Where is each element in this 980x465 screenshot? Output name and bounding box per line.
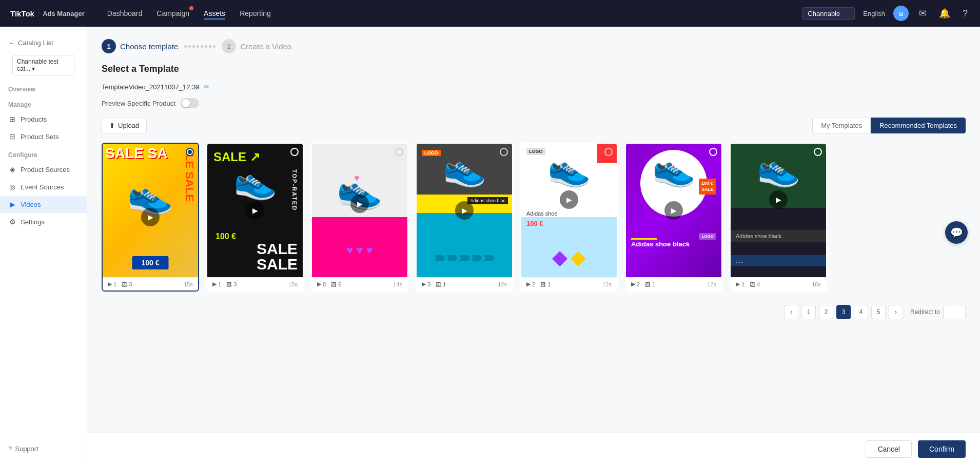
card1-footer: ▶1 🖼3 15s [103,277,198,290]
sidebar-item-product-sets-label: Product Sets [21,133,58,141]
nav-dashboard[interactable]: Dashboard [107,7,143,20]
logo-sub: Ads Manager [43,10,85,17]
sidebar-item-videos[interactable]: ▶ Videos [0,196,87,213]
nav-campaign[interactable]: Campaign [156,7,189,20]
product-sets-icon: ⊟ [8,132,16,141]
step-connector [184,45,215,48]
sidebar-item-product-sources-label: Product Sources [21,166,70,173]
cancel-button[interactable]: Cancel [866,440,912,458]
step2-label: Create a Video [240,42,291,51]
event-sources-icon: ◎ [8,183,16,191]
product-sources-icon: ◈ [8,165,16,173]
sidebar-back-btn[interactable]: ← Catalog List [0,35,87,51]
template-card-6[interactable]: 👟 100 €SALE ▶ Adidas shoe black LOGO ▶2 … [625,143,722,292]
select-template-header: Select a Template [102,64,966,74]
sidebar-item-products-label: Products [21,115,47,123]
card2-footer: ▶1 🖼3 15s [207,277,303,290]
products-icon: ⊞ [8,115,16,123]
preview-toggle[interactable] [181,98,199,108]
card3-preview: 👟 ♥ ▶ ♥ ♥ ♥ [312,144,407,277]
preview-toggle-row: Preview Specific Product [102,98,966,108]
manage-section: Manage [0,95,87,110]
template-name-row: TemplateVideo_20211007_12:39 ✏ [102,83,966,91]
logo-tiktok: TikTok [10,9,34,18]
card7-preview: 👟 ▶ Adidas shoe black ..... [731,144,826,277]
card2-preview: SALE ↗ TOP-RATED 👟 ▶ 100 € SALE SALE [207,144,303,277]
page-btn-2[interactable]: 2 [819,305,833,319]
configure-section: Configure [0,145,87,161]
account-select[interactable]: Channable [802,7,855,20]
support-label: Support [15,445,38,453]
bottom-bar: Cancel Confirm [87,433,980,465]
upload-icon: ⬆ [109,122,115,129]
tab-my-templates[interactable]: My Templates [812,118,871,133]
sidebar-item-settings[interactable]: ⚙ Settings [0,213,87,230]
mail-icon-btn[interactable]: ✉ [917,6,929,21]
cards-grid: SALE SA LE SALE 👟 ▶ 100 € ▶1 🖼3 15s [102,143,966,296]
settings-icon: ⚙ [8,218,16,226]
tab-recommended-templates[interactable]: Recommended Templates [871,118,966,133]
upload-button[interactable]: ⬆ Upload [102,118,147,133]
main-content: 1 Choose template 2 Create a Video Selec… [87,27,980,465]
step1-label: Choose template [120,42,178,51]
nav-reporting[interactable]: Reporting [240,7,271,20]
sidebar-item-event-sources-label: Event Sources [21,183,64,191]
sidebar-item-products[interactable]: ⊞ Products [0,110,87,128]
sidebar: ← Catalog List Channable test cat... ▾ O… [0,27,87,465]
overview-section: Overview [0,80,87,95]
page-next-btn[interactable]: › [889,305,903,319]
upload-label: Upload [118,122,139,129]
campaign-badge-dot [189,6,193,10]
page-btn-1[interactable]: 1 [801,305,816,319]
card5-footer: ▶2 🖼1 12s [521,277,617,290]
videos-icon: ▶ [8,200,16,208]
sidebar-item-settings-label: Settings [21,218,45,226]
redirect-input[interactable] [943,305,966,319]
template-card-3[interactable]: 👟 ♥ ▶ ♥ ♥ ♥ ▶0 🖼6 14s [311,143,408,292]
redirect-label: Redirect to [910,308,940,316]
confirm-button[interactable]: Confirm [918,440,966,458]
avatar[interactable]: u [893,6,909,21]
chat-fab-button[interactable]: 💬 [945,221,968,244]
template-card-2[interactable]: SALE ↗ TOP-RATED 👟 ▶ 100 € SALE SALE ▶1 [206,143,304,292]
chat-icon: 💬 [950,226,963,239]
bell-icon-btn[interactable]: 🔔 [937,6,952,21]
template-card-5[interactable]: LOGO 👟 Adidas shoe 100 € ▶ ▶2 🖼1 [520,143,618,292]
logo: TikTok : Ads Manager [10,9,85,18]
nav-right: Channable English u ✉ 🔔 ? [802,6,970,21]
template-area: Select a Template TemplateVideo_20211007… [102,64,966,319]
card6-preview: 👟 100 €SALE ▶ Adidas shoe black LOGO [626,144,721,277]
template-card-4[interactable]: LOGO 👟 Adidas shoe blac ▶ [416,143,513,292]
step-2: 2 Create a Video [222,39,291,53]
preview-label: Preview Specific Product [102,100,175,107]
sidebar-item-event-sources[interactable]: ◎ Event Sources [0,178,87,196]
back-arrow-icon: ← [8,39,15,47]
sidebar-support[interactable]: ? Support [0,441,47,457]
page-btn-3[interactable]: 3 [836,305,851,319]
step2-circle: 2 [222,39,236,53]
card4-footer: ▶3 🖼1 12s [417,277,512,290]
sidebar-item-product-sources[interactable]: ◈ Product Sources [0,161,87,178]
sidebar-item-product-sets[interactable]: ⊟ Product Sets [0,128,87,145]
card6-footer: ▶2 🖼1 12s [626,277,721,290]
step1-circle: 1 [102,39,116,53]
top-nav: TikTok : Ads Manager Dashboard Campaign … [0,0,980,27]
page-prev-btn[interactable]: ‹ [784,305,798,319]
card1-preview: SALE SA LE SALE 👟 ▶ 100 € [103,144,198,277]
sidebar-item-videos-label: Videos [21,201,41,208]
step-1: 1 Choose template [102,39,178,53]
template-name: TemplateVideo_20211007_12:39 [102,83,200,91]
pagination: ‹ 1 2 3 4 5 › Redirect to [102,305,966,319]
help-icon-btn[interactable]: ? [961,6,970,21]
toolbar-row: ⬆ Upload My Templates Recommended Templa… [102,118,966,133]
card5-preview: LOGO 👟 Adidas shoe 100 € ▶ [521,144,617,277]
catalog-select[interactable]: Channable test cat... ▾ [12,55,74,75]
template-card-1[interactable]: SALE SA LE SALE 👟 ▶ 100 € ▶1 🖼3 15s [102,143,199,292]
page-btn-5[interactable]: 5 [871,305,886,319]
lang-label: English [863,10,885,17]
page-btn-4[interactable]: 4 [854,305,868,319]
edit-icon[interactable]: ✏ [204,83,210,91]
nav-assets[interactable]: Assets [204,7,225,20]
card7-footer: ▶1 🖼4 16s [731,277,826,290]
template-card-7[interactable]: 👟 ▶ Adidas shoe black ..... ▶1 🖼4 [730,143,827,292]
